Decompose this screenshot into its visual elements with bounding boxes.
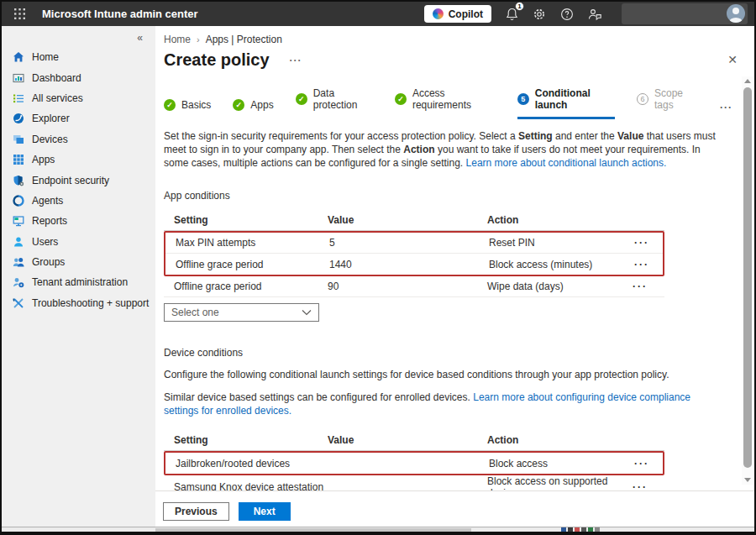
- breadcrumb: Home › Apps | Protection: [164, 34, 754, 45]
- portal-title: Microsoft Intune admin center: [42, 8, 198, 20]
- troubleshooting-icon: [13, 297, 24, 309]
- app-launcher-icon[interactable]: [8, 3, 30, 25]
- sidebar-item-troubleshooting[interactable]: Troubleshooting + support: [2, 293, 155, 313]
- settings-button[interactable]: [532, 7, 547, 22]
- close-icon[interactable]: ✕: [727, 53, 738, 66]
- copilot-button[interactable]: Copilot: [424, 5, 491, 23]
- chevron-down-icon: [302, 309, 312, 316]
- sidebar-item-devices[interactable]: Devices: [2, 129, 155, 149]
- dashboard-icon: [13, 72, 24, 84]
- app-conditions-heading: App conditions: [164, 190, 754, 202]
- users-icon: [13, 236, 24, 248]
- horizontal-scrollbar[interactable]: [2, 527, 754, 532]
- feedback-icon: [588, 8, 602, 21]
- copilot-icon: [433, 8, 444, 19]
- devices-icon: [13, 134, 24, 145]
- gear-icon: [533, 8, 546, 21]
- notification-badge: 1: [515, 2, 524, 11]
- feedback-button[interactable]: [587, 7, 602, 22]
- vertical-scrollbar-thumb[interactable]: [743, 87, 752, 468]
- home-icon: [13, 51, 24, 63]
- tab-conditional-launch[interactable]: 5 Conditional launch: [517, 87, 615, 119]
- sidebar-collapse-icon[interactable]: «: [2, 29, 155, 47]
- copilot-label: Copilot: [449, 8, 483, 20]
- row-more-icon[interactable]: ···: [633, 281, 648, 292]
- wizard-steps: ✓ Basics ✓ Apps ✓ Data protection ✓ Acce…: [164, 87, 754, 119]
- sidebar-item-endpoint-security[interactable]: Endpoint security: [2, 170, 155, 190]
- avatar-person-icon: [732, 8, 739, 14]
- breadcrumb-apps-protection[interactable]: Apps | Protection: [206, 34, 282, 45]
- conditional-launch-learn-more-link[interactable]: Learn more about conditional launch acti…: [466, 157, 667, 169]
- table-header-row: Setting Value Action: [164, 209, 664, 231]
- sidebar-item-dashboard[interactable]: Dashboard: [2, 67, 155, 87]
- taskbar-fragment: [561, 527, 600, 532]
- sidebar-item-tenant-administration[interactable]: Tenant administration: [2, 272, 155, 292]
- account-avatar[interactable]: [727, 4, 745, 23]
- reports-icon: [13, 215, 24, 227]
- tab-apps[interactable]: ✓ Apps: [233, 99, 273, 119]
- horizontal-scrollbar-thumb[interactable]: [155, 528, 471, 532]
- breadcrumb-home[interactable]: Home: [164, 34, 191, 45]
- sidebar-item-apps[interactable]: Apps: [2, 149, 155, 170]
- tenant-info-redacted: [622, 3, 748, 24]
- sidebar-item-home[interactable]: Home: [2, 47, 155, 67]
- intune-admin-center-window: Microsoft Intune admin center Copilot 1: [0, 0, 756, 535]
- sidebar-item-agents[interactable]: Agents: [2, 191, 155, 211]
- top-bar: Microsoft Intune admin center Copilot 1: [2, 2, 754, 26]
- sidebar-item-reports[interactable]: Reports: [2, 211, 155, 231]
- next-button[interactable]: Next: [239, 502, 291, 521]
- sidebar-item-users[interactable]: Users: [2, 232, 155, 252]
- help-icon: [560, 8, 574, 21]
- main-panel: Home › Apps | Protection Create policy ·…: [155, 26, 754, 527]
- wizard-footer: Previous Next: [155, 490, 754, 521]
- groups-icon: [13, 256, 24, 268]
- explorer-icon: [13, 113, 24, 124]
- tab-access-requirements[interactable]: ✓ Access requirements: [395, 87, 496, 119]
- table-header-row: Setting Value Action: [164, 429, 664, 451]
- endpoint-security-icon: [13, 175, 24, 186]
- help-button[interactable]: [559, 7, 575, 22]
- apps-icon: [13, 154, 24, 165]
- vertical-scrollbar[interactable]: [742, 76, 753, 485]
- app-conditions-table: Setting Value Action Max PIN attempts 5 …: [164, 209, 664, 322]
- left-navigation: « Home Dashboard All services Explorer: [2, 26, 155, 527]
- tenant-administration-icon: [13, 276, 24, 288]
- row-more-icon[interactable]: ···: [634, 458, 649, 469]
- step-complete-icon: ✓: [395, 93, 407, 105]
- agents-icon: [13, 195, 24, 207]
- sidebar-item-explorer[interactable]: Explorer: [2, 108, 155, 129]
- device-conditions-heading: Device conditions: [164, 347, 754, 359]
- breadcrumb-separator-icon: ›: [197, 34, 200, 45]
- app-conditions-setting-select[interactable]: Select one: [164, 303, 319, 322]
- sidebar-item-all-services[interactable]: All services: [2, 88, 155, 108]
- table-row: Max PIN attempts 5 Reset PIN ···: [165, 233, 663, 254]
- scroll-up-icon[interactable]: [744, 79, 751, 83]
- top-bar-actions: Copilot 1: [424, 3, 748, 24]
- intro-text: Set the sign-in security requirements fo…: [164, 129, 717, 170]
- scroll-down-icon[interactable]: [744, 478, 751, 482]
- notifications-button[interactable]: 1: [504, 7, 519, 22]
- highlight-box-device-conditions: Jailbroken/rooted devices Block access ·…: [164, 451, 664, 475]
- device-conditions-enrolled-note: Similar device based settings can be con…: [164, 391, 720, 417]
- row-more-icon[interactable]: ···: [634, 259, 649, 270]
- all-services-icon: [13, 92, 24, 104]
- tab-scope-tags[interactable]: 6 Scope tags: [637, 87, 698, 119]
- tab-data-protection[interactable]: ✓ Data protection: [296, 87, 373, 119]
- step-complete-icon: ✓: [164, 99, 176, 111]
- page-title: Create policy: [164, 50, 270, 70]
- step-complete-icon: ✓: [233, 99, 244, 111]
- device-conditions-description: Configure the following conditional laun…: [164, 368, 720, 381]
- tab-basics[interactable]: ✓ Basics: [164, 99, 211, 119]
- waffle-icon: [14, 8, 25, 19]
- title-more-icon[interactable]: ···: [290, 55, 302, 66]
- step-number-badge: 6: [637, 93, 648, 105]
- sidebar-item-groups[interactable]: Groups: [2, 252, 155, 272]
- table-row: Offline grace period 90 Wipe data (days)…: [164, 276, 664, 297]
- step-number-badge: 5: [517, 93, 529, 105]
- table-row: Jailbroken/rooted devices Block access ·…: [165, 453, 663, 474]
- row-more-icon[interactable]: ···: [634, 237, 649, 249]
- tabs-more-icon[interactable]: ···: [720, 102, 732, 119]
- highlight-box-app-conditions: Max PIN attempts 5 Reset PIN ··· Offline…: [164, 231, 664, 276]
- step-complete-icon: ✓: [296, 93, 307, 105]
- previous-button[interactable]: Previous: [163, 502, 229, 521]
